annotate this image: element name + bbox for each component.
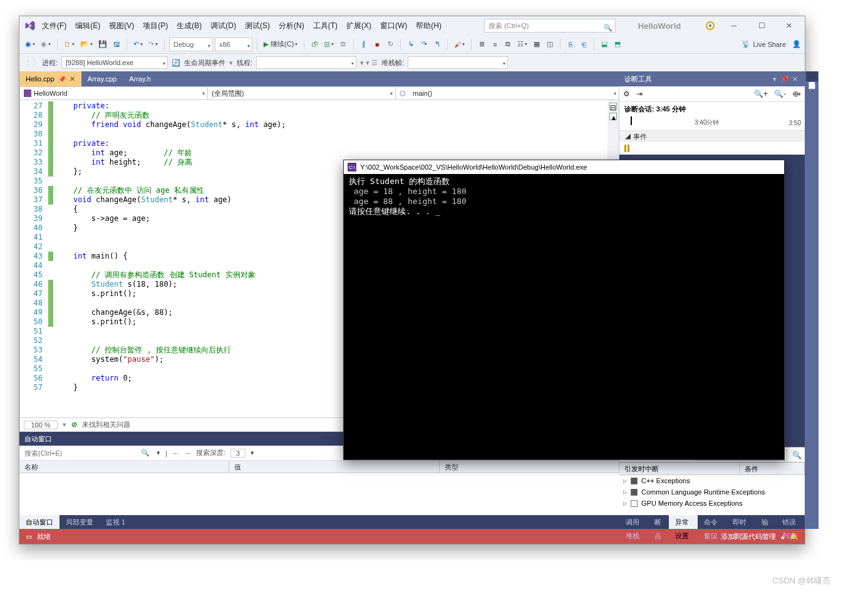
close-tab-icon[interactable]: ✕ xyxy=(70,75,75,83)
save-button[interactable]: 💾 xyxy=(96,38,109,51)
stop-debug-button[interactable]: ■ xyxy=(371,38,383,51)
diagnostics-events-header[interactable]: ◢ 事件 xyxy=(619,131,805,142)
exception-row[interactable]: ▷Common Language Runtime Exceptions xyxy=(619,486,805,498)
menu-item[interactable]: 窗口(W) xyxy=(380,21,407,31)
document-tab[interactable]: Hello.cpp 📌 ✕ xyxy=(19,71,81,86)
export-icon[interactable]: ⇥ xyxy=(636,90,643,98)
undo-button[interactable]: ↶ xyxy=(132,38,145,51)
depth-next-icon[interactable]: → xyxy=(184,449,191,457)
toolbar-btn-b[interactable]: ▥ xyxy=(322,38,336,51)
checkbox[interactable] xyxy=(631,489,638,496)
open-file-button[interactable]: 📂 xyxy=(78,38,95,51)
format-button[interactable]: 🖌 xyxy=(452,38,467,51)
back-button[interactable]: ◉ xyxy=(23,38,37,51)
account-icon[interactable]: 👤 xyxy=(792,40,801,48)
toolbar-btn-a[interactable]: 🗗 xyxy=(309,38,320,51)
panel-tab[interactable]: 即时窗口 xyxy=(726,515,755,529)
toolbar-btn-c[interactable]: ⧉ xyxy=(338,38,349,51)
menu-item[interactable]: 扩展(X) xyxy=(346,21,371,31)
menu-item[interactable]: 调试(D) xyxy=(210,21,236,31)
tb-icon-7[interactable]: ⎘ xyxy=(565,38,576,51)
nav-project[interactable]: HelloWorld xyxy=(20,87,208,100)
panel-pin-icon[interactable]: 📌 xyxy=(780,75,790,83)
tb-icon-10[interactable]: ⬒ xyxy=(612,38,623,51)
menu-item[interactable]: 视图(V) xyxy=(109,21,134,31)
panel-tab[interactable]: 断点 xyxy=(648,515,669,529)
document-tab[interactable]: Array.cpp xyxy=(81,71,123,86)
menu-item[interactable]: 生成(B) xyxy=(177,21,202,31)
panel-tab[interactable]: 自动窗口 xyxy=(19,515,59,529)
panel-tab[interactable]: 命令窗口 xyxy=(698,515,726,529)
menu-item[interactable]: 项目(P) xyxy=(143,21,168,31)
forward-button[interactable]: ◉ xyxy=(39,38,53,51)
close-button[interactable]: ✕ xyxy=(778,19,800,33)
panel-tab[interactable]: 调用堆栈 xyxy=(619,515,648,529)
exception-row[interactable]: ▷GPU Memory Access Exceptions xyxy=(619,498,805,509)
zoom-out-icon[interactable]: 🔍- xyxy=(774,90,786,98)
thread-combo[interactable] xyxy=(256,56,356,69)
column-header[interactable]: 引发时中断 xyxy=(619,463,740,474)
console-window[interactable]: C:\ Y:\002_WorkSpace\002_VS\HelloWorld\H… xyxy=(343,160,785,460)
redo-button[interactable]: ↷ xyxy=(147,38,160,51)
checkbox[interactable] xyxy=(631,478,638,484)
solution-explorer-rail[interactable]: 解决方案资源管理器 xyxy=(805,71,819,529)
tb-icon-8[interactable]: ⎗ xyxy=(578,38,589,51)
new-project-button[interactable]: 🗋 xyxy=(62,38,76,51)
search-icon[interactable]: 🔍 xyxy=(792,451,802,459)
split-icon[interactable]: ⊟ xyxy=(609,103,617,110)
tb-icon-9[interactable]: ⬓ xyxy=(599,38,610,51)
panel-tab[interactable]: 局部变量 xyxy=(59,515,100,529)
panel-tab[interactable]: 监视 1 xyxy=(100,515,132,529)
menu-item[interactable]: 编辑(E) xyxy=(75,21,100,31)
menu-item[interactable]: 分析(N) xyxy=(279,21,304,31)
column-header[interactable]: 名称 xyxy=(19,461,229,473)
menu-item[interactable]: 文件(F) xyxy=(42,21,66,31)
expand-icon[interactable]: ▷ xyxy=(623,489,627,495)
console-titlebar[interactable]: C:\ Y:\002_WorkSpace\002_VS\HelloWorld\H… xyxy=(344,160,784,174)
zoom-in-icon[interactable]: 🔍+ xyxy=(754,90,768,98)
panel-close-icon[interactable]: ✕ xyxy=(790,75,800,83)
step-out-button[interactable]: ↰ xyxy=(431,38,443,51)
tb-icon-6[interactable]: ◫ xyxy=(544,38,555,51)
live-share-button[interactable]: 📡Live Share xyxy=(741,40,786,48)
pause-debug-button[interactable]: ∥ xyxy=(358,38,369,51)
column-header[interactable]: 条件 xyxy=(740,463,805,474)
nav-scope[interactable]: (全局范围) xyxy=(208,87,396,100)
diagnostics-timeline[interactable]: 3:40分钟 3:50 xyxy=(619,115,805,131)
panel-tab[interactable]: 输出 xyxy=(755,515,776,529)
lifecycle-icon[interactable]: 🔄 xyxy=(172,59,180,67)
solution-explorer-tab[interactable]: 解决方案资源管理器 xyxy=(806,71,818,81)
tb-icon-2[interactable]: ≡ xyxy=(489,38,500,51)
save-all-button[interactable]: 🖫 xyxy=(111,38,122,51)
autos-search-input[interactable] xyxy=(23,447,136,459)
tb-icon-5[interactable]: ▦ xyxy=(531,38,542,51)
pin-icon[interactable]: 📌 xyxy=(58,76,66,83)
restart-debug-button[interactable]: ↻ xyxy=(385,38,396,51)
panel-menu-icon[interactable]: ▾ xyxy=(770,75,780,83)
tb-icon-3[interactable]: ⧉ xyxy=(502,38,514,51)
stackframe-combo[interactable] xyxy=(408,56,508,69)
menu-item[interactable]: 帮助(H) xyxy=(416,21,442,31)
checkbox[interactable] xyxy=(631,500,638,507)
zoom-level[interactable]: 100 % xyxy=(24,421,58,429)
nav-up-icon[interactable]: ▲ xyxy=(609,113,617,120)
platform-combo[interactable]: x86 xyxy=(215,38,252,51)
step-over-button[interactable]: ↷ xyxy=(418,38,430,51)
process-combo[interactable]: [9288] HelloWorld.exe xyxy=(61,56,168,69)
feedback-icon[interactable] xyxy=(703,19,717,33)
depth-value[interactable]: 3 xyxy=(230,449,245,458)
reset-zoom-icon[interactable]: ⟴ xyxy=(792,90,801,98)
gear-icon[interactable]: ⚙ xyxy=(623,90,630,98)
nav-function[interactable]: ⬡ main() xyxy=(396,87,619,100)
column-header[interactable]: 值 xyxy=(229,461,439,473)
minimize-button[interactable]: ─ xyxy=(723,19,745,33)
panel-tab[interactable]: 异常设置 xyxy=(669,515,698,529)
column-header[interactable]: 类型 xyxy=(440,461,619,473)
tb-icon-1[interactable]: ≣ xyxy=(476,38,487,51)
exception-row[interactable]: ▷C++ Exceptions xyxy=(619,475,805,486)
menu-item[interactable]: 测试(S) xyxy=(245,21,270,31)
expand-icon[interactable]: ▷ xyxy=(623,478,627,484)
panel-tab[interactable]: 错误列表 xyxy=(776,515,805,529)
expand-icon[interactable]: ▷ xyxy=(623,501,627,506)
tb-icon-4[interactable]: ☷ xyxy=(515,38,529,51)
